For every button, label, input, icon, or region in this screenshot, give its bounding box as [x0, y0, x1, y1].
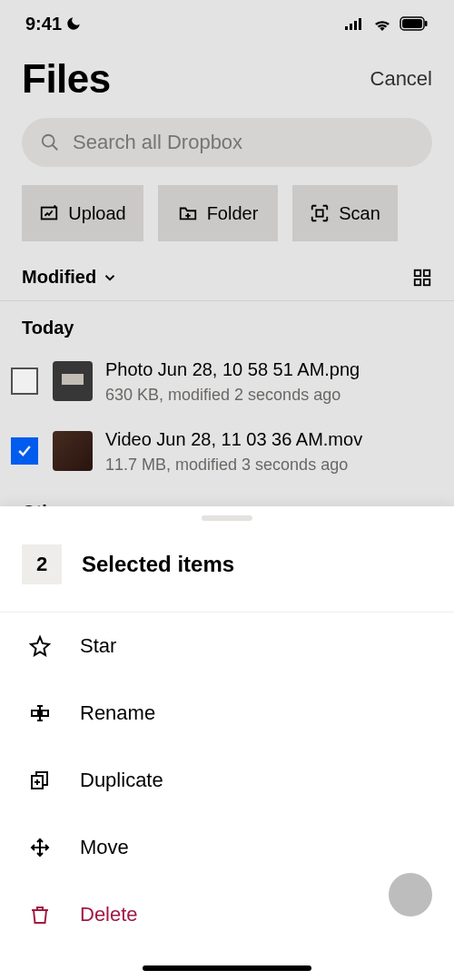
file-thumbnail: [53, 431, 93, 471]
file-row[interactable]: Video Jun 28, 11 03 36 AM.mov 11.7 MB, m…: [0, 416, 454, 485]
search-icon: [40, 132, 60, 152]
page-title: Files: [22, 56, 111, 102]
checkbox-checked[interactable]: [11, 437, 38, 465]
scan-icon: [310, 203, 330, 223]
folder-label: Folder: [207, 203, 259, 224]
sheet-item-star[interactable]: Star: [0, 612, 454, 680]
sheet-item-label: Star: [80, 634, 116, 658]
file-name: Photo Jun 28, 10 58 51 AM.png: [105, 357, 360, 382]
folder-button[interactable]: Folder: [158, 185, 278, 241]
action-sheet: 2 Selected items Star Rename Duplicate: [0, 506, 454, 980]
sheet-item-move[interactable]: Move: [0, 814, 454, 881]
search-input[interactable]: Search all Dropbox: [22, 118, 432, 167]
selected-count-badge: 2: [22, 544, 62, 584]
svg-rect-16: [424, 279, 429, 284]
sheet-item-rename[interactable]: Rename: [0, 680, 454, 747]
svg-rect-2: [354, 21, 357, 30]
duplicate-icon: [27, 769, 53, 791]
sheet-item-label: Rename: [80, 701, 155, 725]
trash-icon: [27, 904, 53, 926]
cellular-icon: [345, 17, 365, 30]
svg-rect-9: [42, 208, 57, 220]
scan-button[interactable]: Scan: [292, 185, 398, 241]
checkbox-unchecked[interactable]: [11, 368, 38, 395]
svg-rect-6: [425, 21, 428, 26]
svg-point-7: [43, 135, 54, 147]
battery-icon: [400, 16, 429, 31]
svg-rect-18: [32, 710, 38, 716]
floating-action-button[interactable]: [389, 873, 432, 916]
folder-add-icon: [178, 203, 198, 223]
svg-rect-15: [415, 279, 420, 284]
upload-label: Upload: [68, 203, 125, 224]
sort-label: Modified: [22, 267, 96, 288]
move-icon: [27, 837, 53, 858]
svg-rect-3: [359, 18, 361, 30]
sheet-item-label: Delete: [80, 903, 138, 926]
scan-label: Scan: [339, 203, 380, 224]
file-row[interactable]: Photo Jun 28, 10 58 51 AM.png 630 KB, mo…: [0, 346, 454, 416]
upload-icon: [39, 203, 59, 223]
sheet-item-duplicate[interactable]: Duplicate: [0, 747, 454, 814]
file-name: Video Jun 28, 11 03 36 AM.mov: [105, 426, 362, 452]
status-time: 9:41: [25, 14, 62, 34]
home-indicator[interactable]: [143, 965, 311, 971]
file-subtitle: 630 KB, modified 2 seconds ago: [105, 386, 360, 405]
chevron-down-icon: [102, 270, 118, 286]
file-subtitle: 11.7 MB, modified 3 seconds ago: [105, 456, 362, 475]
star-icon: [27, 635, 53, 657]
status-bar: 9:41: [0, 0, 454, 47]
search-placeholder: Search all Dropbox: [73, 131, 242, 154]
sheet-grabber[interactable]: [202, 515, 252, 521]
svg-line-8: [53, 145, 58, 151]
upload-button[interactable]: Upload: [22, 185, 143, 241]
svg-rect-13: [415, 270, 420, 275]
svg-rect-14: [424, 270, 429, 275]
grid-view-icon[interactable]: [412, 268, 432, 288]
svg-rect-0: [345, 26, 348, 30]
sort-dropdown[interactable]: Modified: [22, 267, 118, 288]
sheet-item-label: Move: [80, 836, 129, 859]
wifi-icon: [372, 16, 392, 31]
sheet-item-delete[interactable]: Delete: [0, 881, 454, 948]
sheet-title: Selected items: [82, 552, 234, 577]
sheet-item-label: Duplicate: [80, 769, 163, 792]
svg-rect-12: [317, 210, 323, 216]
svg-rect-1: [350, 24, 352, 30]
rename-icon: [27, 702, 53, 724]
svg-rect-19: [42, 710, 48, 716]
section-today: Today: [0, 301, 454, 346]
svg-rect-5: [402, 19, 422, 28]
do-not-disturb-icon: [65, 15, 82, 32]
cancel-button[interactable]: Cancel: [370, 67, 432, 91]
file-thumbnail: [53, 361, 93, 401]
